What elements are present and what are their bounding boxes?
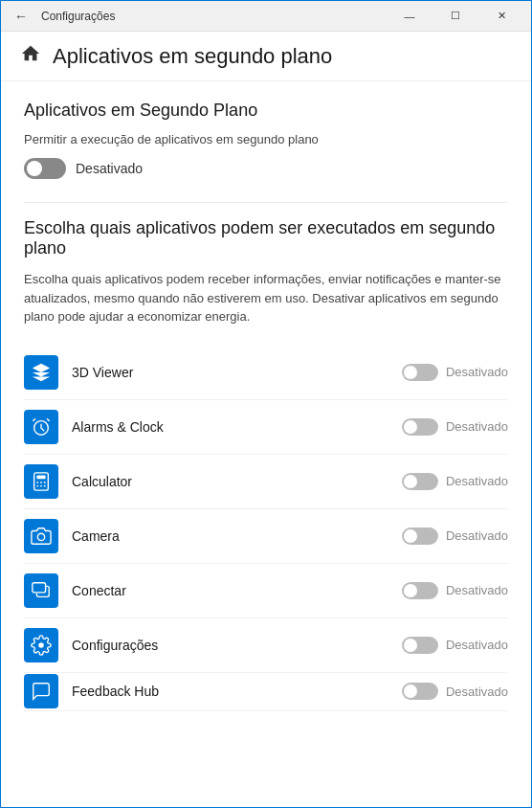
svg-point-3: [36, 482, 38, 483]
section-divider: [24, 202, 508, 203]
app-toggle-thumb-feedbackhub: [404, 685, 417, 698]
title-bar: ← Configurações — ☐ ✕: [1, 1, 531, 32]
main-toggle-track: [24, 158, 66, 179]
app-toggle-row-conectar: Desativado: [402, 582, 508, 599]
main-section-title: Aplicativos em Segundo Plano: [24, 101, 508, 121]
svg-rect-10: [33, 582, 46, 592]
app-icon-camera: [24, 519, 58, 553]
app-toggle-configuracoes[interactable]: [402, 637, 438, 654]
maximize-button[interactable]: ☐: [433, 1, 477, 32]
app-toggle-label-alarmsclock: Desativado: [446, 419, 508, 434]
app-item-alarmsclock: Alarms & Clock Desativado: [24, 400, 508, 455]
app-name-conectar: Conectar: [72, 583, 402, 598]
title-bar-title: Configurações: [41, 10, 115, 23]
app-toggle-row-3dviewer: Desativado: [402, 364, 508, 381]
app-item-calculator: Calculator Desativado: [24, 455, 508, 509]
app-icon-configuracoes: [24, 628, 58, 662]
app-name-alarmsclock: Alarms & Clock: [72, 419, 402, 435]
app-toggle-label-calculator: Desativado: [446, 474, 508, 488]
app-icon-alarmsclock: [24, 410, 58, 444]
app-toggle-alarmsclock[interactable]: [402, 418, 438, 436]
app-item-conectar: Conectar Desativado: [24, 564, 508, 618]
svg-point-6: [36, 484, 38, 486]
home-icon: [20, 43, 41, 69]
app-toggle-label-camera: Desativado: [446, 528, 508, 543]
app-toggle-calculator[interactable]: [402, 473, 438, 490]
app-toggle-thumb-calculator: [404, 475, 417, 488]
svg-point-9: [37, 533, 44, 540]
app-list: 3D Viewer Desativado Alarms & Clock Desa…: [24, 346, 508, 711]
main-toggle-label: Desativado: [76, 161, 143, 176]
minimize-button[interactable]: —: [388, 1, 432, 32]
app-item-configuracoes: Configurações Desativado: [24, 618, 508, 673]
app-toggle-thumb-3dviewer: [404, 366, 417, 379]
app-toggle-feedbackhub[interactable]: [402, 683, 438, 700]
app-toggle-thumb-camera: [404, 529, 417, 543]
app-toggle-label-configuracoes: Desativado: [446, 638, 508, 652]
app-toggle-row-configuracoes: Desativado: [402, 637, 508, 654]
app-icon-calculator: [24, 464, 58, 499]
app-toggle-row-camera: Desativado: [402, 527, 508, 545]
app-icon-conectar: [24, 573, 58, 608]
page-header: Aplicativos em segundo plano: [1, 32, 531, 81]
app-icon-feedbackhub: [24, 674, 58, 708]
content-area: Aplicativos em Segundo Plano Permitir a …: [1, 81, 531, 805]
main-section-desc: Permitir a execução de aplicativos em se…: [24, 132, 508, 146]
app-toggle-thumb-configuracoes: [404, 639, 417, 652]
app-toggle-thumb-alarmsclock: [404, 420, 417, 434]
choose-section-desc: Escolha quais aplicativos podem receber …: [24, 270, 508, 326]
app-toggle-camera[interactable]: [402, 527, 438, 545]
app-toggle-label-conectar: Desativado: [446, 583, 508, 597]
app-name-calculator: Calculator: [72, 474, 402, 489]
app-toggle-label-feedbackhub: Desativado: [446, 685, 508, 699]
app-toggle-3dviewer[interactable]: [402, 364, 438, 381]
app-item-3dviewer: 3D Viewer Desativado: [24, 346, 508, 400]
choose-section-title: Escolha quais aplicativos podem ser exec…: [24, 218, 508, 258]
app-toggle-label-3dviewer: Desativado: [446, 365, 508, 379]
page-title: Aplicativos em segundo plano: [53, 44, 332, 69]
title-bar-left: ← Configurações: [9, 5, 115, 28]
app-item-camera: Camera Desativado: [24, 509, 508, 564]
app-item-feedbackhub: Feedback Hub Desativado: [24, 673, 508, 711]
main-toggle-thumb: [27, 161, 42, 176]
svg-point-8: [44, 484, 46, 486]
svg-point-11: [38, 642, 44, 648]
title-bar-controls: — ☐ ✕: [388, 1, 523, 32]
app-name-camera: Camera: [72, 528, 402, 544]
app-toggle-row-feedbackhub: Desativado: [402, 683, 508, 700]
main-toggle-row: Desativado: [24, 158, 508, 179]
svg-rect-2: [36, 475, 45, 479]
app-name-feedbackhub: Feedback Hub: [72, 684, 402, 699]
svg-point-4: [40, 482, 42, 483]
main-toggle-switch[interactable]: [24, 158, 66, 179]
app-toggle-row-calculator: Desativado: [402, 473, 508, 490]
app-name-3dviewer: 3D Viewer: [72, 365, 402, 380]
close-button[interactable]: ✕: [479, 1, 523, 32]
app-toggle-row-alarmsclock: Desativado: [402, 418, 508, 436]
app-toggle-conectar[interactable]: [402, 582, 438, 599]
back-button[interactable]: ←: [9, 5, 33, 28]
svg-point-5: [44, 482, 46, 483]
app-name-configuracoes: Configurações: [72, 638, 402, 653]
main-section: Aplicativos em Segundo Plano Permitir a …: [24, 101, 508, 179]
choose-section: Escolha quais aplicativos podem ser exec…: [24, 218, 508, 326]
svg-point-7: [40, 484, 42, 486]
app-toggle-thumb-conectar: [404, 584, 417, 597]
app-icon-3dviewer: [24, 355, 58, 390]
